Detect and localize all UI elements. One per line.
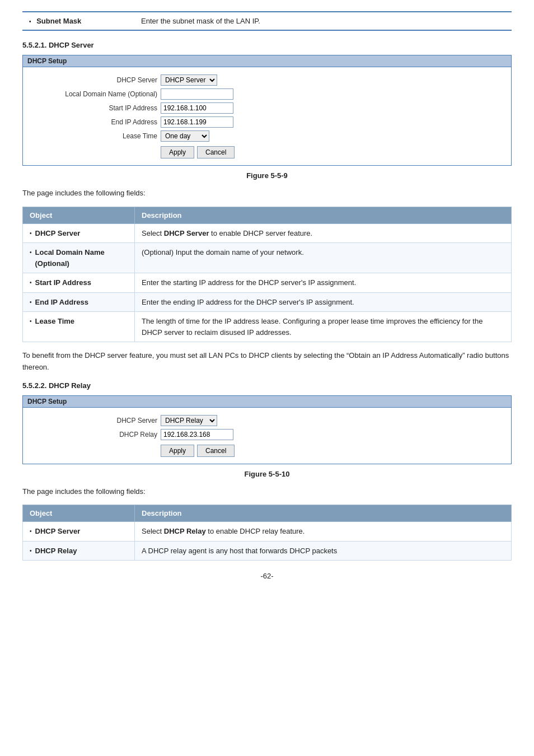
dhcp-server-field-label: DHCP Server (34, 76, 157, 84)
local-domain-field-label: Local Domain Name (Optional) (34, 90, 157, 98)
dhcp-relay-setup-box: DHCP Setup DHCP Server DHCP Server DHCP … (22, 395, 512, 464)
bullet-dot: • (30, 248, 32, 256)
description-cell: (Optional) Input the domain name of your… (135, 243, 512, 273)
object-label: Local Domain Name(Optional) (35, 247, 105, 269)
bullet-dot: • (30, 317, 32, 325)
dhcp-server-select[interactable]: DHCP Server DHCP Relay Disable (161, 74, 217, 86)
dhcp-server-select-container: DHCP Server DHCP Relay Disable (161, 74, 217, 86)
dhcp-server-setup-box: DHCP Setup DHCP Server DHCP Server DHCP … (22, 55, 512, 166)
subnet-mask-description: Enter the subnet mask of the LAN IP. (134, 12, 512, 30)
object-label: End IP Address (35, 297, 88, 308)
table-row: • Start IP Address Enter the starting IP… (23, 273, 512, 293)
desc-table-header-object: Object (23, 207, 135, 223)
object-label: DHCP Server (35, 228, 81, 239)
relay-desc-table-header-description: Description (135, 505, 512, 522)
subnet-mask-label: • Subnet Mask (22, 12, 134, 30)
bullet-dot: • (29, 18, 31, 25)
dhcp-relay-cancel-button[interactable]: Cancel (197, 445, 235, 457)
dhcp-relay-heading: 5.5.2.2. DHCP Relay (22, 381, 512, 390)
dhcp-server-desc-table: Object Description • DHCP Server Select … (22, 207, 512, 343)
dhcp-relay-desc-table: Object Description • DHCP Server Select … (22, 505, 512, 561)
dhcp-server-apply-button[interactable]: Apply (161, 146, 194, 158)
local-domain-field-row: Local Domain Name (Optional) (34, 88, 500, 100)
description-cell: A DHCP relay agent is any host that forw… (135, 541, 512, 561)
dhcp-server-cancel-button[interactable]: Cancel (197, 146, 235, 158)
page-number: -62- (22, 572, 512, 580)
dhcp-relay-ip-input[interactable] (161, 429, 233, 440)
table-row: • DHCP Server Select DHCP Relay to enabl… (23, 522, 512, 542)
lease-time-field-label: Lease Time (34, 132, 157, 140)
dhcp-relay-btn-row: Apply Cancel (34, 445, 500, 457)
dhcp-relay-box-body: DHCP Server DHCP Server DHCP Relay Disab… (23, 408, 511, 464)
desc-table-header-description: Description (135, 207, 512, 223)
lease-time-select-container: One day Half day One hour One week Perma… (161, 130, 209, 142)
dhcp-relay-server-select-container: DHCP Server DHCP Relay Disable (161, 415, 217, 426)
object-cell: • DHCP Server (23, 223, 135, 243)
bullet-dot: • (30, 547, 32, 555)
dhcp-relay-server-field-row: DHCP Server DHCP Server DHCP Relay Disab… (34, 415, 500, 426)
table-row: • Local Domain Name(Optional) (Optional)… (23, 243, 512, 273)
table-row: • DHCP Relay A DHCP relay agent is any h… (23, 541, 512, 561)
dhcp-benefit-paragraph: To benefit from the DHCP server feature,… (22, 350, 512, 374)
figure-5-5-10-caption: Figure 5-5-10 (22, 470, 512, 478)
dhcp-server-field-row: DHCP Server DHCP Server DHCP Relay Disab… (34, 74, 500, 86)
dhcp-relay-box-header: DHCP Setup (23, 396, 511, 408)
start-ip-field-row: Start IP Address (34, 102, 500, 114)
start-ip-field-label: Start IP Address (34, 104, 157, 112)
object-cell: • Local Domain Name(Optional) (23, 243, 135, 273)
start-ip-input[interactable] (161, 102, 233, 114)
dhcp-relay-apply-button[interactable]: Apply (161, 445, 194, 457)
relay-desc-table-header-object: Object (23, 505, 135, 522)
object-cell: • DHCP Server (23, 522, 135, 542)
lease-time-select[interactable]: One day Half day One hour One week Perma… (161, 130, 209, 142)
object-cell: • Start IP Address (23, 273, 135, 293)
description-cell: Select DHCP Relay to enable DHCP relay f… (135, 522, 512, 542)
start-ip-input-container (161, 102, 233, 114)
description-cell: Enter the starting IP address for the DH… (135, 273, 512, 293)
local-domain-input[interactable] (161, 88, 233, 100)
end-ip-field-label: End IP Address (34, 118, 157, 126)
bullet-dot: • (30, 298, 32, 306)
bullet-dot: • (30, 278, 32, 287)
object-label: DHCP Relay (35, 545, 77, 557)
bullet-dot: • (30, 229, 32, 237)
dhcp-relay-server-label: DHCP Server (34, 417, 157, 424)
dhcp-server-box-header: DHCP Setup (23, 55, 511, 67)
local-domain-input-container (161, 88, 233, 100)
object-cell: • DHCP Relay (23, 541, 135, 561)
object-label: Start IP Address (35, 277, 91, 288)
dhcp-server-heading: 5.5.2.1. DHCP Server (22, 41, 512, 49)
dhcp-relay-ip-label: DHCP Relay (34, 431, 157, 438)
dhcp-server-box-body: DHCP Server DHCP Server DHCP Relay Disab… (23, 67, 511, 165)
object-cell: • End IP Address (23, 292, 135, 312)
dhcp-relay-ip-input-container (161, 429, 233, 440)
table-row: • Lease Time The length of time for the … (23, 312, 512, 342)
end-ip-input[interactable] (161, 116, 233, 128)
description-cell: Select DHCP Server to enable DHCP server… (135, 223, 512, 243)
description-cell: Enter the ending IP address for the DHCP… (135, 292, 512, 312)
dhcp-server-desc-text: The page includes the following fields: (22, 188, 512, 199)
dhcp-server-btn-row: Apply Cancel (34, 146, 500, 158)
table-row: • End IP Address Enter the ending IP add… (23, 292, 512, 312)
object-cell: • Lease Time (23, 312, 135, 342)
figure-5-5-9-caption: Figure 5-5-9 (22, 171, 512, 180)
table-row: • DHCP Server Select DHCP Server to enab… (23, 223, 512, 243)
dhcp-relay-server-select[interactable]: DHCP Server DHCP Relay Disable (161, 415, 217, 426)
end-ip-field-row: End IP Address (34, 116, 500, 128)
dhcp-relay-desc-text: The page includes the following fields: (22, 486, 512, 497)
lease-time-field-row: Lease Time One day Half day One hour One… (34, 130, 500, 142)
bullet-dot: • (30, 527, 32, 535)
object-label: Lease Time (35, 316, 75, 327)
dhcp-relay-ip-field-row: DHCP Relay (34, 429, 500, 440)
end-ip-input-container (161, 116, 233, 128)
description-cell: The length of time for the IP address le… (135, 312, 512, 342)
object-label: DHCP Server (35, 526, 81, 537)
subnet-mask-table: • Subnet Mask Enter the subnet mask of t… (22, 11, 512, 31)
